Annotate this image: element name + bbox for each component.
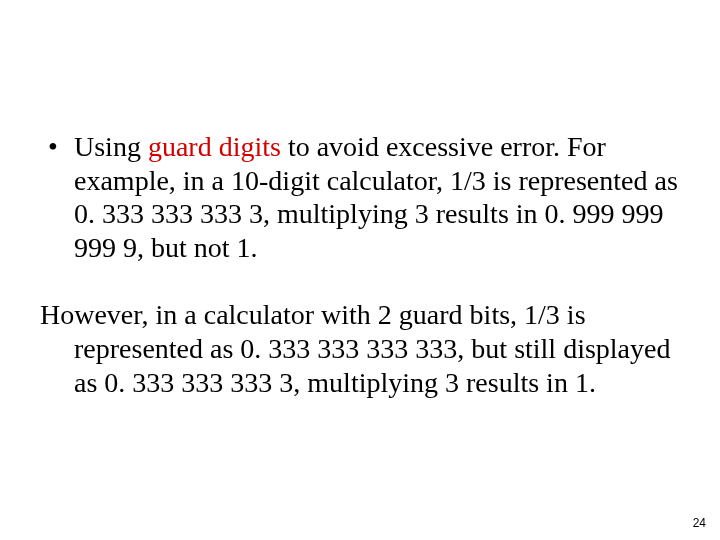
paragraph-2: However, in a calculator with 2 guard bi… xyxy=(40,298,680,399)
bullet-highlight: guard digits xyxy=(148,131,281,162)
bullet-text: Using guard digits to avoid excessive er… xyxy=(74,130,680,264)
slide-body: • Using guard digits to avoid excessive … xyxy=(40,130,680,399)
slide: • Using guard digits to avoid excessive … xyxy=(0,0,720,540)
bullet-text-before: Using xyxy=(74,131,148,162)
bullet-marker: • xyxy=(40,130,74,164)
paragraph-2-rest: represented as 0. 333 333 333 333, but s… xyxy=(40,332,680,399)
bullet-item: • Using guard digits to avoid excessive … xyxy=(40,130,680,264)
paragraph-2-firstline: However, in a calculator with 2 guard bi… xyxy=(40,299,586,330)
page-number: 24 xyxy=(693,516,706,530)
